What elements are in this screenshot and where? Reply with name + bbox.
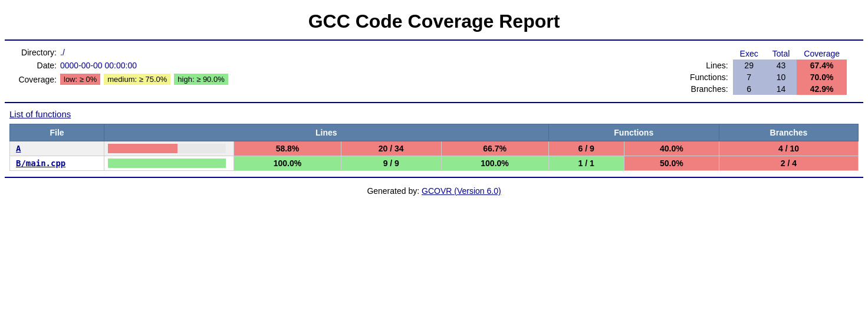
lines-cov-ratio: 9 / 9 <box>341 156 441 171</box>
table-header-row: File Lines Functions Branches <box>10 124 859 141</box>
coverage-row: Coverage: low: ≥ 0% medium: ≥ 75.0% high… <box>9 74 228 85</box>
header-file: File <box>10 124 104 141</box>
date-label: Date: <box>9 61 57 70</box>
gcovr-link[interactable]: GCOVR (Version 6.0) <box>422 186 501 196</box>
stats-table: Exec Total Coverage Lines: 29 43 67.4% F… <box>685 48 847 95</box>
bar-filled <box>108 159 226 168</box>
branch-cov-pct: 40.0% <box>624 141 719 156</box>
table-row: A 58.8% 20 / 34 66.7% 6 / 9 40.0% 4 / 10 <box>10 141 859 156</box>
lines-total: 43 <box>765 60 797 71</box>
date-row: Date: 0000-00-00 00:00:00 <box>9 61 228 70</box>
lines-coverage: 67.4% <box>797 60 847 71</box>
bar-cell <box>104 141 234 156</box>
branches-total: 14 <box>765 83 797 95</box>
stats-header-coverage: Coverage <box>797 48 847 60</box>
bar-container <box>108 159 226 168</box>
branch-cov-pct: 50.0% <box>624 156 719 171</box>
bar-container <box>108 144 226 153</box>
stats-row-lines: Lines: 29 43 67.4% <box>685 60 847 71</box>
lines-label: Lines: <box>685 60 733 71</box>
header-lines: Lines <box>104 124 549 141</box>
branch-cov-ratio: 4 / 10 <box>719 141 858 156</box>
lines-cov-pct: 58.8% <box>234 141 341 156</box>
func-cov-pct: 100.0% <box>441 156 548 171</box>
file-link[interactable]: B/main.cpp <box>16 159 65 168</box>
functions-exec: 7 <box>733 71 765 83</box>
footer: Generated by: GCOVR (Version 6.0) <box>0 178 868 202</box>
func-cov-ratio: 1 / 1 <box>548 156 624 171</box>
bar-filled <box>108 144 177 153</box>
branch-cov-ratio: 2 / 4 <box>719 156 858 171</box>
directory-row: Directory: ./ <box>9 48 228 57</box>
coverage-label: Coverage: <box>9 75 57 84</box>
info-left: Directory: ./ Date: 0000-00-00 00:00:00 … <box>9 48 228 85</box>
func-cov-ratio: 6 / 9 <box>548 141 624 156</box>
file-cell: B/main.cpp <box>10 156 104 171</box>
badge-medium: medium: ≥ 75.0% <box>104 74 170 85</box>
func-cov-pct: 66.7% <box>441 141 548 156</box>
bar-cell <box>104 156 234 171</box>
badge-high: high: ≥ 90.0% <box>174 74 228 85</box>
directory-label: Directory: <box>9 48 57 57</box>
file-cell: A <box>10 141 104 156</box>
list-of-functions-section: List of functions <box>0 103 868 124</box>
lines-cov-pct: 100.0% <box>234 156 341 171</box>
functions-label: Functions: <box>685 71 733 83</box>
list-of-functions-link[interactable]: List of functions <box>9 109 71 119</box>
lines-exec: 29 <box>733 60 765 71</box>
branches-exec: 6 <box>733 83 765 95</box>
branches-label: Branches: <box>685 83 733 95</box>
header-branches: Branches <box>719 124 858 141</box>
stats-header-exec: Exec <box>733 48 765 60</box>
file-link[interactable]: A <box>16 144 21 153</box>
info-right: Exec Total Coverage Lines: 29 43 67.4% F… <box>685 48 847 95</box>
stats-row-functions: Functions: 7 10 70.0% <box>685 71 847 83</box>
functions-coverage: 70.0% <box>797 71 847 83</box>
stats-header-total: Total <box>765 48 797 60</box>
header-functions: Functions <box>548 124 719 141</box>
footer-text: Generated by: <box>367 186 422 196</box>
info-section: Directory: ./ Date: 0000-00-00 00:00:00 … <box>0 41 868 102</box>
branches-coverage: 42.9% <box>797 83 847 95</box>
page-title: GCC Code Coverage Report <box>0 0 868 39</box>
badge-low: low: ≥ 0% <box>60 74 100 85</box>
table-row: B/main.cpp 100.0% 9 / 9 100.0% 1 / 1 50.… <box>10 156 859 171</box>
coverage-table: File Lines Functions Branches A 58.8% 20… <box>9 124 859 171</box>
date-value: 0000-00-00 00:00:00 <box>60 61 137 70</box>
lines-cov-ratio: 20 / 34 <box>341 141 441 156</box>
directory-value: ./ <box>60 48 65 57</box>
stats-row-branches: Branches: 6 14 42.9% <box>685 83 847 95</box>
functions-total: 10 <box>765 71 797 83</box>
bar-empty <box>177 144 226 153</box>
